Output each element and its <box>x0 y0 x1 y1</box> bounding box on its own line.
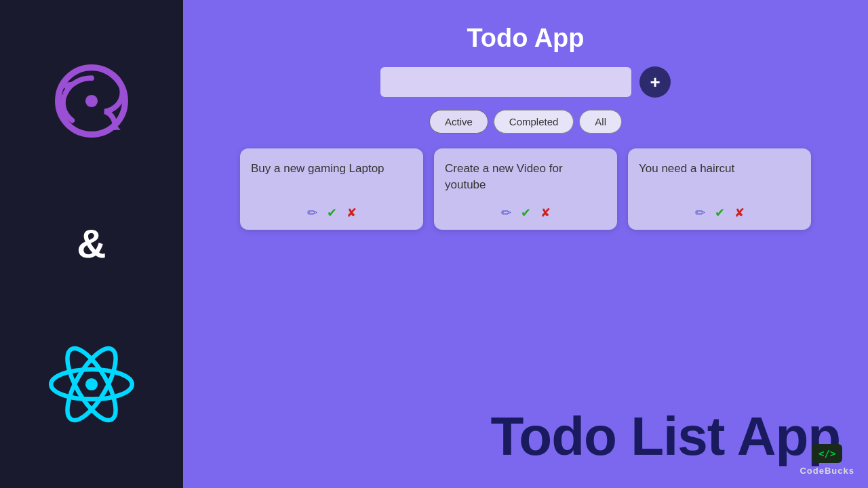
svg-point-7 <box>85 378 98 390</box>
filter-row: Active Completed All <box>429 110 622 134</box>
codebucks-name: CodeBucks <box>800 466 854 476</box>
codebucks-watermark: </> CodeBucks <box>800 444 854 476</box>
react-logo <box>47 340 136 431</box>
todo-card-1: Buy a new gaming Laptop ✏ ✔ ✘ <box>240 148 423 230</box>
main-content: Todo App + Active Completed All Buy a ne… <box>183 0 868 488</box>
check-icon-3[interactable]: ✔ <box>715 205 725 220</box>
input-row: + <box>380 66 671 98</box>
todo-card-2: Create a new Video for youtube ✏ ✔ ✘ <box>434 148 617 230</box>
top-section: Todo App + Active Completed All <box>183 0 868 148</box>
cards-row: Buy a new gaming Laptop ✏ ✔ ✘ Create a n… <box>183 148 868 230</box>
card-actions-3: ✏ ✔ ✘ <box>639 205 800 220</box>
card-actions-1: ✏ ✔ ✘ <box>251 205 412 220</box>
check-icon-1[interactable]: ✔ <box>327 205 337 220</box>
filter-active[interactable]: Active <box>429 110 488 134</box>
todo-text-2: Create a new Video for youtube <box>445 161 606 193</box>
check-icon-2[interactable]: ✔ <box>521 205 531 220</box>
add-button[interactable]: + <box>639 66 671 98</box>
redux-logo <box>47 57 136 148</box>
edit-icon-1[interactable]: ✏ <box>307 205 317 220</box>
delete-icon-1[interactable]: ✘ <box>347 205 357 220</box>
codebucks-box: </> <box>812 444 842 463</box>
codebucks-code-icon: </> <box>818 448 835 459</box>
filter-completed[interactable]: Completed <box>494 110 574 134</box>
todo-card-3: You need a haircut ✏ ✔ ✘ <box>628 148 811 230</box>
card-actions-2: ✏ ✔ ✘ <box>445 205 606 220</box>
app-title: Todo App <box>467 24 584 53</box>
big-title: Todo List App <box>490 405 840 468</box>
todo-text-1: Buy a new gaming Laptop <box>251 161 412 177</box>
edit-icon-3[interactable]: ✏ <box>695 205 705 220</box>
todo-text-3: You need a haircut <box>639 161 800 177</box>
edit-icon-2[interactable]: ✏ <box>501 205 511 220</box>
svg-point-3 <box>85 95 98 107</box>
filter-all[interactable]: All <box>579 110 622 134</box>
todo-input[interactable] <box>380 67 631 97</box>
sidebar: & <box>0 0 183 488</box>
ampersand-symbol: & <box>77 220 106 267</box>
delete-icon-2[interactable]: ✘ <box>540 205 551 220</box>
delete-icon-3[interactable]: ✘ <box>734 205 745 220</box>
